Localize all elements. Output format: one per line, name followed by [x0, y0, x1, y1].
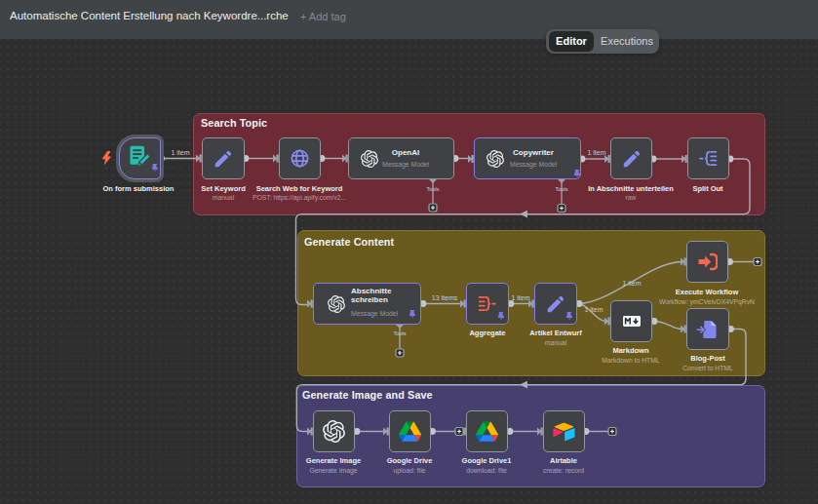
- svg-text:Tools: Tools: [394, 330, 407, 336]
- svg-text:1 item: 1 item: [622, 280, 641, 287]
- svg-text:Tools: Tools: [556, 186, 568, 192]
- svg-text:1 item: 1 item: [171, 149, 189, 156]
- svg-text:1 item: 1 item: [584, 306, 603, 313]
- svg-text:1 item: 1 item: [587, 149, 605, 156]
- svg-text:13 items: 13 items: [432, 294, 458, 301]
- svg-text:Tools: Tools: [427, 186, 440, 192]
- svg-text:1 item: 1 item: [511, 294, 529, 301]
